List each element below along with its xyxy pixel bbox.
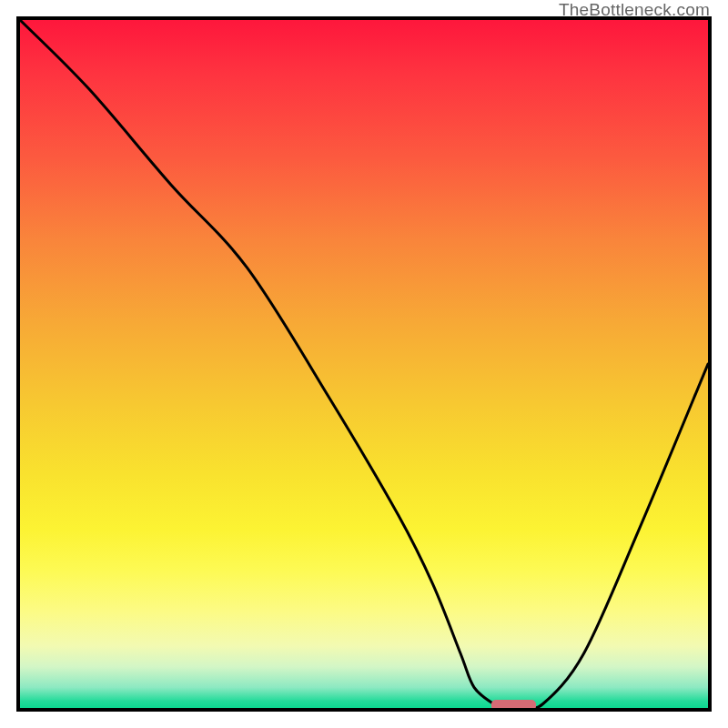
- optimum-marker: [491, 700, 536, 708]
- bottleneck-curve: [20, 20, 708, 708]
- chart-frame: TheBottleneck.com: [0, 0, 728, 728]
- curve-layer: [20, 20, 708, 708]
- plot-area: [16, 16, 712, 712]
